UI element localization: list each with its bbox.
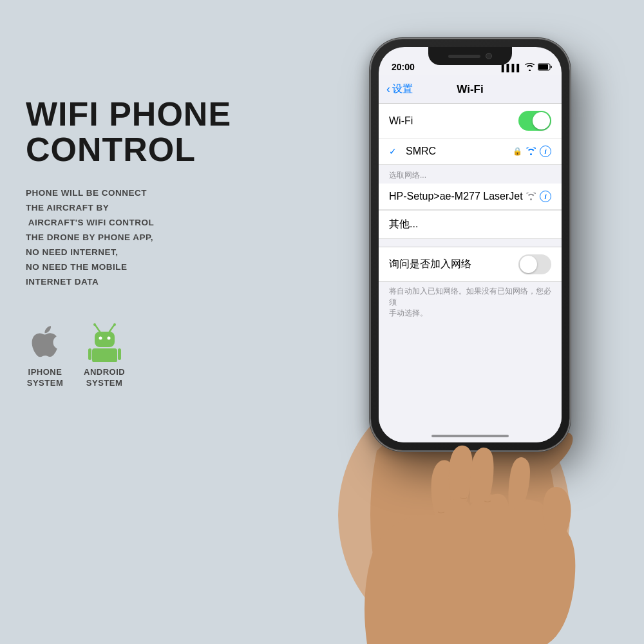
svg-point-9 (93, 323, 96, 326)
notch (428, 47, 512, 65)
title-line1: WIFI PHONE (26, 95, 231, 133)
svg-rect-2 (88, 348, 91, 360)
ask-join-description: 将自动加入已知网络。如果没有已知网络，您必须手动选择。 (379, 282, 562, 325)
nav-title: Wi-Fi (457, 83, 483, 96)
wifi-toggle[interactable] (518, 111, 551, 131)
phone-body: 20:00 ▌▌▌▌ (370, 39, 570, 451)
wifi-icon (526, 147, 536, 155)
wifi-label: Wi-Fi (389, 115, 413, 127)
notch-camera (486, 53, 492, 59)
status-icons: ▌▌▌▌ (502, 63, 552, 72)
smrc-network-name: SMRC (406, 146, 506, 157)
home-indicator (431, 435, 509, 437)
phone-screen: 20:00 ▌▌▌▌ (379, 47, 562, 442)
android-platform: ANDROIDSYSTEM (84, 322, 125, 389)
status-time: 20:00 (392, 62, 415, 72)
svg-line-10 (109, 325, 114, 332)
ask-section: 询问是否加入网络 将自动加入已知网络。如果没有已知网络，您必须手动选择。 (379, 247, 562, 325)
svg-line-8 (95, 325, 100, 332)
description: PHONE WILL BE CONNECT THE AIRCRAFT BY AI… (26, 186, 270, 290)
iphone-label: IPHONESYSTEM (27, 367, 63, 389)
smrc-network-row[interactable]: ✓ SMRC 🔒 i (379, 138, 562, 165)
main-title: WIFI PHONE CONTROL (26, 97, 270, 167)
wifi-status-icon (525, 63, 535, 72)
phone-container: 20:00 ▌▌▌▌ (316, 19, 625, 625)
ask-join-row[interactable]: 询问是否加入网络 (379, 247, 562, 282)
left-panel: WIFI PHONE CONTROL PHONE WILL BE CONNECT… (26, 97, 270, 389)
info-icon-hp[interactable]: i (540, 191, 551, 202)
svg-rect-1 (92, 348, 117, 362)
svg-rect-3 (118, 348, 121, 360)
iphone-platform: IPHONESYSTEM (26, 322, 64, 389)
nav-bar: ‹ 设置 Wi-Fi (379, 75, 562, 104)
nav-back-button[interactable]: ‹ 设置 (386, 82, 413, 96)
title-line2: CONTROL (26, 131, 196, 168)
nav-back-label[interactable]: 设置 (392, 82, 413, 96)
info-icon[interactable]: i (540, 146, 551, 157)
notch-speaker (448, 55, 480, 58)
wifi-icon-hp (526, 193, 536, 200)
network-name-hp: HP-Setup>ae-M277 LaserJet (389, 191, 523, 202)
battery-icon (538, 63, 552, 72)
platform-icons: IPHONESYSTEM (26, 322, 270, 389)
svg-point-7 (107, 337, 110, 340)
toggle-knob (533, 112, 550, 129)
svg-point-11 (113, 323, 116, 326)
ask-join-label: 询问是否加入网络 (389, 258, 471, 271)
screen-content: Wi-Fi ✓ SMRC 🔒 i 选取网络... (379, 104, 562, 442)
apple-icon (26, 322, 64, 361)
svg-point-6 (99, 337, 102, 340)
svg-rect-20 (538, 64, 548, 70)
other-network-row[interactable]: 其他... (379, 210, 562, 239)
wifi-toggle-row[interactable]: Wi-Fi (379, 104, 562, 138)
android-icon (85, 322, 124, 361)
ask-join-knob (520, 256, 537, 273)
hp-network-icons: i (526, 191, 551, 202)
network-row-hp[interactable]: HP-Setup>ae-M277 LaserJet i (379, 184, 562, 210)
lock-icon: 🔒 (513, 147, 522, 156)
svg-rect-0 (95, 332, 115, 347)
android-label: ANDROIDSYSTEM (84, 367, 125, 389)
ask-join-toggle[interactable] (518, 254, 551, 274)
smrc-icons: 🔒 i (513, 146, 551, 157)
other-label: 其他... (389, 218, 418, 231)
checkmark-icon: ✓ (389, 146, 399, 156)
chevron-left-icon: ‹ (386, 82, 390, 96)
signal-icon: ▌▌▌▌ (502, 64, 522, 71)
section-label: 选取网络... (379, 165, 562, 184)
